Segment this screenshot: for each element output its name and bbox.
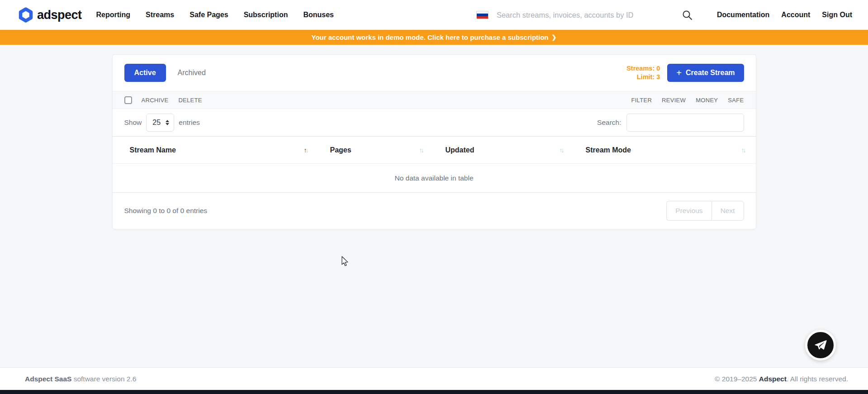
nav-item-streams[interactable]: Streams bbox=[146, 11, 174, 19]
delete-action[interactable]: DELETE bbox=[178, 97, 202, 104]
table-search-label: Search: bbox=[597, 119, 621, 127]
stream-quota: Streams: 0 Limit: 3 bbox=[626, 64, 660, 81]
telegram-chat-button[interactable] bbox=[805, 330, 836, 361]
nav-item-sign-out[interactable]: Sign Out bbox=[822, 11, 852, 19]
sort-icon: ↑↓ bbox=[304, 147, 308, 154]
safe-mode-link[interactable]: SAFE bbox=[728, 97, 744, 104]
global-search-input[interactable] bbox=[497, 11, 669, 19]
hexagon-logo-icon bbox=[18, 7, 33, 23]
nav-right-cluster: Documentation Account Sign Out bbox=[476, 10, 852, 20]
tab-active[interactable]: Active bbox=[124, 64, 166, 82]
nav-item-bonuses[interactable]: Bonuses bbox=[303, 11, 334, 19]
review-mode-link[interactable]: REVIEW bbox=[662, 97, 686, 104]
russian-flag-icon[interactable] bbox=[476, 11, 489, 19]
nav-item-subscription[interactable]: Subscription bbox=[244, 11, 288, 19]
entries-summary: Showing 0 to 0 of 0 entries bbox=[124, 207, 208, 215]
table-empty-message: No data available in table bbox=[113, 163, 756, 193]
updown-arrows-icon bbox=[166, 120, 169, 125]
table-search-input[interactable] bbox=[626, 114, 744, 132]
streams-limit-label: Limit: 3 bbox=[626, 73, 660, 81]
create-stream-button[interactable]: + Create Stream bbox=[667, 64, 744, 82]
top-navigation: adspect Reporting Streams Safe Pages Sub… bbox=[0, 0, 868, 30]
table-header-row: Stream Name ↑↓ Pages ↑↓ Updated ↑↓ Strea… bbox=[113, 136, 756, 163]
panel-header-right: Streams: 0 Limit: 3 + Create Stream bbox=[626, 64, 744, 82]
money-mode-link[interactable]: MONEY bbox=[696, 97, 718, 104]
demo-mode-banner[interactable]: Your account works in demo mode. Click h… bbox=[0, 30, 868, 45]
page-footer: Adspect SaaS software version 2.6 © 2019… bbox=[0, 367, 868, 390]
demo-banner-text: Your account works in demo mode. Click h… bbox=[312, 33, 549, 41]
adspect-logo[interactable]: adspect bbox=[18, 7, 82, 23]
chevron-right-icon: ❯ bbox=[552, 34, 557, 41]
nav-item-documentation[interactable]: Documentation bbox=[717, 11, 769, 19]
create-stream-label: Create Stream bbox=[686, 69, 735, 77]
streams-panel: Active Archived Streams: 0 Limit: 3 + Cr… bbox=[112, 54, 756, 229]
entries-label: entries bbox=[179, 119, 200, 127]
nav-item-account[interactable]: Account bbox=[781, 11, 810, 19]
sort-icon: ↑↓ bbox=[741, 147, 745, 154]
bottom-edge-strip bbox=[0, 390, 868, 394]
column-header-updated[interactable]: Updated ↑↓ bbox=[434, 146, 574, 154]
tab-archived[interactable]: Archived bbox=[178, 69, 206, 77]
next-page-button[interactable]: Next bbox=[711, 201, 744, 221]
streams-count-label: Streams: 0 bbox=[626, 64, 660, 73]
entries-selected-value: 25 bbox=[152, 119, 161, 127]
plus-icon: + bbox=[676, 70, 682, 76]
mouse-cursor bbox=[340, 256, 350, 268]
nav-item-safe-pages[interactable]: Safe Pages bbox=[190, 11, 228, 19]
column-header-stream-mode[interactable]: Stream Mode ↑↓ bbox=[574, 146, 756, 154]
brand-name: adspect bbox=[37, 8, 82, 22]
streams-panel-header: Active Archived Streams: 0 Limit: 3 + Cr… bbox=[113, 55, 756, 91]
bulk-actions-group: ARCHIVE DELETE bbox=[142, 97, 202, 104]
show-label: Show bbox=[124, 119, 142, 127]
footer-copyright-text: © 2019–2025 Adspect. All rights reserved… bbox=[715, 375, 848, 383]
bulk-actions-toolbar: ARCHIVE DELETE FILTER REVIEW MONEY SAFE bbox=[113, 91, 756, 109]
footer-version-text: Adspect SaaS software version 2.6 bbox=[25, 375, 136, 383]
sort-icon: ↑↓ bbox=[419, 147, 423, 154]
table-footer: Showing 0 to 0 of 0 entries Previous Nex… bbox=[113, 193, 756, 229]
table-controls: Show 25 entries Search: bbox=[113, 109, 756, 136]
filter-mode-link[interactable]: FILTER bbox=[631, 97, 652, 104]
nav-item-reporting[interactable]: Reporting bbox=[96, 11, 131, 19]
table-search-group: Search: bbox=[597, 114, 744, 132]
quick-filters-group: FILTER REVIEW MONEY SAFE bbox=[631, 97, 744, 104]
column-header-stream-name[interactable]: Stream Name ↑↓ bbox=[113, 146, 318, 154]
archive-action[interactable]: ARCHIVE bbox=[142, 97, 169, 104]
sort-icon: ↑↓ bbox=[560, 147, 563, 154]
pagination: Previous Next bbox=[666, 201, 744, 221]
search-icon[interactable] bbox=[682, 10, 693, 20]
telegram-plane-icon bbox=[814, 338, 827, 352]
previous-page-button[interactable]: Previous bbox=[666, 201, 711, 221]
main-menu: Reporting Streams Safe Pages Subscriptio… bbox=[96, 11, 334, 19]
select-all-checkbox[interactable] bbox=[124, 96, 132, 104]
entries-per-page-select[interactable]: 25 bbox=[146, 114, 174, 132]
column-header-pages[interactable]: Pages ↑↓ bbox=[318, 146, 434, 154]
